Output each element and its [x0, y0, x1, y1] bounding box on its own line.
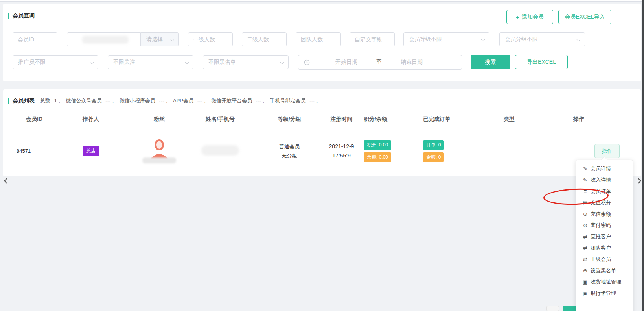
stat-value: ---，: [197, 98, 208, 104]
chevron-down-icon: [576, 37, 580, 41]
scroll-right-chevron-icon[interactable]: [635, 178, 642, 184]
follow-filter-value: 不限关注: [113, 59, 135, 66]
avatar: [142, 139, 176, 163]
table-row: 84571 总店 普通会员 无分组 2021-: [13, 133, 631, 169]
list-title: 会员列表 总数:1， 微信公众号会员:---， 微信小程序会员:---， APP…: [8, 97, 322, 104]
edit-icon: ✎: [582, 166, 589, 172]
chevron-down-icon: [481, 37, 485, 41]
excel-import-button[interactable]: 会员EXCEL导入: [558, 10, 611, 24]
member-group-value: 会员分组不限: [505, 36, 538, 43]
censored-name-blob: [201, 145, 239, 156]
menu-item-shipping-address[interactable]: ▣ 收货地址管理: [576, 276, 633, 288]
menu-item-label: 上级会员: [591, 256, 611, 263]
menu-item-label: 收货地址管理: [591, 278, 621, 285]
censored-fan-name-blob: [142, 157, 176, 163]
stat-value: ---，: [309, 98, 320, 104]
cell-completed-orders: 订单: 0 金额: 0: [397, 139, 468, 163]
promoter-value: 推广员不限: [18, 59, 46, 66]
menu-item-recharge-balance[interactable]: ⊙ 充值余额: [576, 208, 633, 220]
cell-reg-time: 2021-12-9 17:55:9: [323, 142, 360, 160]
menu-item-upper-member[interactable]: ⇄ 上级会员: [576, 254, 633, 265]
level1-count-input[interactable]: [188, 32, 233, 46]
plus-icon: +: [516, 14, 519, 20]
chevron-down-icon: [170, 37, 174, 41]
query-title-text: 会员查询: [13, 12, 35, 19]
search-button[interactable]: 搜索: [471, 55, 510, 69]
scroll-left-chevron-icon[interactable]: [4, 178, 10, 184]
menu-item-label: 会员详情: [591, 165, 611, 172]
member-id-input[interactable]: [13, 32, 57, 46]
cutoff-gray-button[interactable]: [546, 306, 559, 311]
transfer-arrows-icon: ⇄: [582, 234, 589, 240]
menu-item-member-detail[interactable]: ✎ 会员详情: [576, 163, 633, 174]
clock-icon: [304, 59, 310, 65]
orders-badge: 订单: 0: [423, 140, 444, 150]
date-range-separator: 至: [376, 59, 382, 66]
person-avatar-icon: [149, 139, 170, 159]
follow-filter-dropdown[interactable]: 不限关注: [108, 55, 193, 69]
table-header: 会员ID 推荐人 粉丝 姓名/手机号 等级/分组 注册时间 积分/余额 已完成订…: [13, 110, 631, 133]
stat-value: 1，: [54, 98, 62, 104]
add-member-label: 添加会员: [522, 13, 544, 20]
menu-item-income-detail[interactable]: ✎ 收入详情: [576, 174, 633, 186]
member-list-card: 会员列表 总数:1， 微信公众号会员:---， 微信小程序会员:---， APP…: [3, 89, 641, 176]
menu-item-label: 直推客户: [591, 233, 611, 240]
member-level-dropdown[interactable]: 会员等级不限: [403, 32, 489, 46]
menu-item-set-blacklist[interactable]: ⊖ 设置黑名单: [576, 265, 633, 276]
stat-label: 微信小程序会员:: [120, 98, 157, 104]
menu-item-team-customers[interactable]: ⇄ 团队客户: [576, 243, 633, 254]
money-icon: ⊙: [582, 222, 589, 228]
start-date-placeholder: 开始日期: [335, 59, 357, 66]
cutoff-green-button[interactable]: [563, 306, 576, 311]
menu-item-label: 充值余额: [591, 211, 611, 218]
list-stats: 总数:1， 微信公众号会员:---， 微信小程序会员:---， APP会员:--…: [40, 97, 322, 104]
col-points-balance: 积分/余额: [360, 116, 397, 123]
browser-edge-strip: [0, 0, 644, 2]
please-select-dropdown[interactable]: 请选择: [141, 32, 179, 46]
stat-label: 总数:: [40, 98, 52, 104]
blacklist-filter-dropdown[interactable]: 不限黑名单: [203, 55, 289, 69]
amount-badge: 金额: 0: [423, 152, 444, 162]
censored-text-blob: [82, 36, 129, 44]
menu-item-label: 设置黑名单: [591, 267, 616, 274]
money-icon: ⊙: [582, 211, 589, 217]
row-action-button[interactable]: 操作: [594, 144, 620, 158]
stat-value: ---，: [159, 98, 169, 104]
col-level-group: 等级/分组: [256, 116, 323, 123]
date-range-picker[interactable]: 开始日期 至 结束日期: [298, 55, 462, 70]
team-count-input[interactable]: [296, 32, 341, 46]
member-level-value: 普通会员: [256, 142, 323, 151]
please-select-value: 请选择: [146, 36, 163, 43]
promoter-dropdown[interactable]: 推广员不限: [13, 55, 98, 69]
cell-actions: 操作: [550, 144, 631, 158]
cell-referrer: 总店: [67, 146, 134, 156]
action-dropdown-menu: ✎ 会员详情 ✎ 收入详情 ≡ 会员订单 ▤ 充值积分 ⊙ 充值余额 ⊙ 支付密…: [576, 160, 633, 311]
export-excel-button[interactable]: 导出EXCEL: [515, 55, 568, 69]
reg-date: 2021-12-9: [323, 142, 360, 151]
member-group-dropdown[interactable]: 会员分组不限: [499, 32, 585, 46]
add-member-button[interactable]: + 添加会员: [506, 10, 553, 24]
cell-member-id: 84571: [13, 148, 67, 154]
stat-value: ---，: [256, 98, 266, 104]
menu-item-direct-customers[interactable]: ⇄ 直推客户: [576, 231, 633, 243]
col-actions: 操作: [550, 116, 631, 123]
adjacent-window-edge: [642, 0, 644, 311]
transfer-arrows-icon: ⇄: [582, 256, 589, 262]
stat-value: ---，: [105, 98, 116, 104]
cell-name-phone: [185, 145, 256, 157]
menu-item-bank-card[interactable]: ▣ 银行卡管理: [576, 288, 633, 299]
chevron-down-icon: [280, 60, 284, 64]
censored-search-input[interactable]: [67, 32, 141, 46]
menu-item-label: 团队客户: [591, 244, 611, 252]
edit-icon: ✎: [582, 177, 589, 183]
menu-item-label: 收入详情: [591, 176, 611, 183]
stat-label: 微信公众号会员:: [66, 98, 103, 104]
balance-badge: 余额: 0.00: [364, 152, 391, 162]
member-query-card: 会员查询 + 添加会员 会员EXCEL导入 请选择 会员等级不限 会员分组不限 …: [3, 4, 641, 81]
menu-item-label: 支付密码: [591, 222, 611, 229]
blacklist-filter-value: 不限黑名单: [208, 59, 236, 66]
block-icon: ⊖: [582, 268, 589, 274]
menu-item-pay-password[interactable]: ⊙ 支付密码: [576, 220, 633, 231]
custom-field-input[interactable]: [350, 32, 395, 46]
level2-count-input[interactable]: [242, 32, 287, 46]
